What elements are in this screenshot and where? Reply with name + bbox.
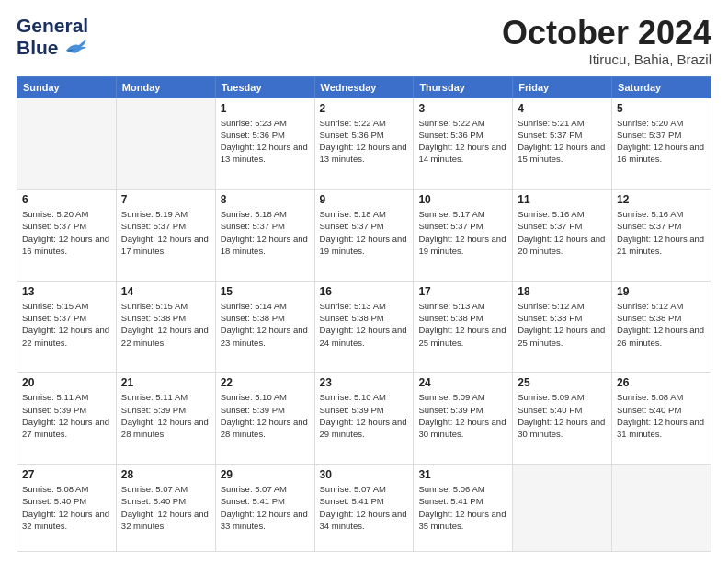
date-num-1-2: 8 <box>221 193 310 206</box>
sunset-2-6: Sunset: 5:38 PM <box>617 312 706 324</box>
cell-0-1 <box>116 98 215 190</box>
cell-1-6: 12Sunrise: 5:16 AMSunset: 5:37 PMDayligh… <box>612 190 711 282</box>
sunrise-2-2: Sunrise: 5:14 AM <box>221 300 310 312</box>
daylight-0-3: Daylight: 12 hours and 13 minutes. <box>320 141 409 166</box>
logo-blue: Blue <box>17 37 59 58</box>
daylight-2-4: Daylight: 12 hours and 25 minutes. <box>418 324 507 349</box>
sunrise-2-6: Sunrise: 5:12 AM <box>617 300 706 312</box>
daylight-3-0: Daylight: 12 hours and 27 minutes. <box>22 416 111 441</box>
sunrise-4-0: Sunrise: 5:08 AM <box>22 483 111 495</box>
date-num-1-6: 12 <box>617 193 706 206</box>
cell-info-3-1: Sunrise: 5:11 AMSunset: 5:39 PMDaylight:… <box>121 391 210 440</box>
cell-4-3: 30Sunrise: 5:07 AMSunset: 5:41 PMDayligh… <box>314 464 414 551</box>
sunset-3-6: Sunset: 5:40 PM <box>617 404 706 416</box>
cell-4-5 <box>513 464 612 551</box>
daylight-4-4: Daylight: 12 hours and 35 minutes. <box>418 508 507 533</box>
date-num-0-5: 4 <box>518 102 607 115</box>
daylight-2-3: Daylight: 12 hours and 24 minutes. <box>320 324 409 349</box>
sunrise-3-0: Sunrise: 5:11 AM <box>22 391 111 403</box>
date-num-0-2: 1 <box>221 102 310 115</box>
cell-1-0: 6Sunrise: 5:20 AMSunset: 5:37 PMDaylight… <box>17 190 117 282</box>
daylight-1-5: Daylight: 12 hours and 20 minutes. <box>518 233 607 258</box>
sunrise-4-2: Sunrise: 5:07 AM <box>221 483 310 495</box>
daylight-1-1: Daylight: 12 hours and 17 minutes. <box>121 233 210 258</box>
daylight-4-3: Daylight: 12 hours and 34 minutes. <box>320 508 409 533</box>
cell-info-3-2: Sunrise: 5:10 AMSunset: 5:39 PMDaylight:… <box>221 391 310 440</box>
date-num-3-0: 20 <box>22 376 111 389</box>
date-num-0-6: 5 <box>617 102 706 115</box>
date-num-3-4: 24 <box>418 376 507 389</box>
sunset-1-0: Sunset: 5:37 PM <box>22 220 111 232</box>
cell-info-2-2: Sunrise: 5:14 AMSunset: 5:38 PMDaylight:… <box>221 300 310 349</box>
cell-info-2-1: Sunrise: 5:15 AMSunset: 5:38 PMDaylight:… <box>121 300 210 349</box>
cell-info-1-4: Sunrise: 5:17 AMSunset: 5:37 PMDaylight:… <box>418 208 507 257</box>
cell-0-6: 5Sunrise: 5:20 AMSunset: 5:37 PMDaylight… <box>612 98 711 190</box>
cell-info-3-0: Sunrise: 5:11 AMSunset: 5:39 PMDaylight:… <box>22 391 111 440</box>
sunset-0-6: Sunset: 5:37 PM <box>617 129 706 141</box>
cell-4-4: 31Sunrise: 5:06 AMSunset: 5:41 PMDayligh… <box>414 464 513 551</box>
sunset-1-4: Sunset: 5:37 PM <box>418 220 507 232</box>
daylight-0-2: Daylight: 12 hours and 13 minutes. <box>221 141 310 166</box>
cell-info-4-2: Sunrise: 5:07 AMSunset: 5:41 PMDaylight:… <box>221 483 310 532</box>
col-wednesday: Wednesday <box>314 76 414 98</box>
daylight-1-4: Daylight: 12 hours and 19 minutes. <box>418 233 507 258</box>
date-num-3-1: 21 <box>121 376 210 389</box>
sunrise-2-3: Sunrise: 5:13 AM <box>320 300 409 312</box>
cell-2-3: 16Sunrise: 5:13 AMSunset: 5:38 PMDayligh… <box>314 281 414 373</box>
cell-info-3-6: Sunrise: 5:08 AMSunset: 5:40 PMDaylight:… <box>617 391 706 440</box>
cell-info-3-5: Sunrise: 5:09 AMSunset: 5:40 PMDaylight:… <box>518 391 607 440</box>
date-num-3-6: 26 <box>617 376 706 389</box>
logo-bird-icon <box>63 36 88 56</box>
sunrise-1-4: Sunrise: 5:17 AM <box>418 208 507 220</box>
daylight-3-5: Daylight: 12 hours and 30 minutes. <box>518 416 607 441</box>
sunrise-1-5: Sunrise: 5:16 AM <box>518 208 607 220</box>
sunrise-3-3: Sunrise: 5:10 AM <box>320 391 409 403</box>
cell-3-4: 24Sunrise: 5:09 AMSunset: 5:39 PMDayligh… <box>414 373 513 465</box>
cell-3-3: 23Sunrise: 5:10 AMSunset: 5:39 PMDayligh… <box>314 373 414 465</box>
sunset-2-3: Sunset: 5:38 PM <box>320 312 409 324</box>
cell-info-1-2: Sunrise: 5:18 AMSunset: 5:37 PMDaylight:… <box>221 208 310 257</box>
sunset-1-2: Sunset: 5:37 PM <box>221 220 310 232</box>
col-sunday: Sunday <box>17 76 117 98</box>
sunrise-0-2: Sunrise: 5:23 AM <box>221 117 310 129</box>
cell-1-4: 10Sunrise: 5:17 AMSunset: 5:37 PMDayligh… <box>414 190 513 282</box>
cell-2-5: 18Sunrise: 5:12 AMSunset: 5:38 PMDayligh… <box>513 281 612 373</box>
daylight-3-4: Daylight: 12 hours and 30 minutes. <box>418 416 507 441</box>
header: General Blue October 2024 Itirucu, Bahia… <box>17 15 711 67</box>
week-row-4: 27Sunrise: 5:08 AMSunset: 5:40 PMDayligh… <box>17 464 711 551</box>
cell-1-3: 9Sunrise: 5:18 AMSunset: 5:37 PMDaylight… <box>314 190 414 282</box>
sunset-1-6: Sunset: 5:37 PM <box>617 220 706 232</box>
cell-info-4-1: Sunrise: 5:07 AMSunset: 5:40 PMDaylight:… <box>121 483 210 532</box>
sunrise-2-4: Sunrise: 5:13 AM <box>418 300 507 312</box>
calendar-header-row: Sunday Monday Tuesday Wednesday Thursday… <box>17 76 711 98</box>
date-num-4-4: 31 <box>418 468 507 481</box>
cell-info-3-3: Sunrise: 5:10 AMSunset: 5:39 PMDaylight:… <box>320 391 409 440</box>
sunset-1-3: Sunset: 5:37 PM <box>320 220 409 232</box>
sunrise-4-1: Sunrise: 5:07 AM <box>121 483 210 495</box>
cell-info-4-4: Sunrise: 5:06 AMSunset: 5:41 PMDaylight:… <box>418 483 507 532</box>
sunrise-2-0: Sunrise: 5:15 AM <box>22 300 111 312</box>
sunset-4-3: Sunset: 5:41 PM <box>320 495 409 507</box>
cell-info-1-3: Sunrise: 5:18 AMSunset: 5:37 PMDaylight:… <box>320 208 409 257</box>
cell-0-4: 3Sunrise: 5:22 AMSunset: 5:36 PMDaylight… <box>414 98 513 190</box>
sunset-4-2: Sunset: 5:41 PM <box>221 495 310 507</box>
col-monday: Monday <box>116 76 215 98</box>
cell-0-5: 4Sunrise: 5:21 AMSunset: 5:37 PMDaylight… <box>513 98 612 190</box>
date-num-4-3: 30 <box>320 468 409 481</box>
cell-3-0: 20Sunrise: 5:11 AMSunset: 5:39 PMDayligh… <box>17 373 117 465</box>
cell-info-1-5: Sunrise: 5:16 AMSunset: 5:37 PMDaylight:… <box>518 208 607 257</box>
daylight-2-1: Daylight: 12 hours and 22 minutes. <box>121 324 210 349</box>
daylight-0-6: Daylight: 12 hours and 16 minutes. <box>617 141 706 166</box>
cell-1-5: 11Sunrise: 5:16 AMSunset: 5:37 PMDayligh… <box>513 190 612 282</box>
cell-info-0-5: Sunrise: 5:21 AMSunset: 5:37 PMDaylight:… <box>518 117 607 166</box>
daylight-0-5: Daylight: 12 hours and 15 minutes. <box>518 141 607 166</box>
date-num-2-2: 15 <box>221 285 310 298</box>
sunrise-4-3: Sunrise: 5:07 AM <box>320 483 409 495</box>
sunset-4-0: Sunset: 5:40 PM <box>22 495 111 507</box>
date-num-2-4: 17 <box>418 285 507 298</box>
location: Itirucu, Bahia, Brazil <box>502 52 711 67</box>
sunrise-4-4: Sunrise: 5:06 AM <box>418 483 507 495</box>
cell-info-0-6: Sunrise: 5:20 AMSunset: 5:37 PMDaylight:… <box>617 117 706 166</box>
cell-info-0-3: Sunrise: 5:22 AMSunset: 5:36 PMDaylight:… <box>320 117 409 166</box>
sunset-2-2: Sunset: 5:38 PM <box>221 312 310 324</box>
